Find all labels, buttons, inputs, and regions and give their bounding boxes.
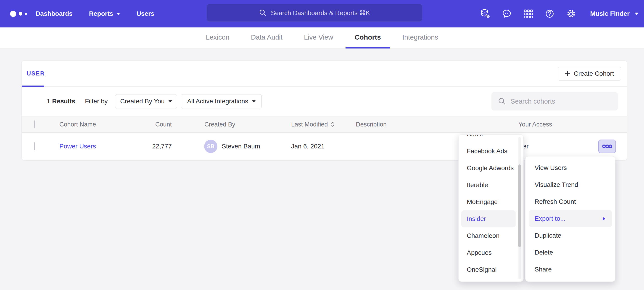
filter-toolbar: 1 Results Filter by Created By You All A… — [22, 86, 627, 116]
apps-grid-icon[interactable] — [518, 0, 539, 28]
column-header-cohort-name: Cohort Name — [60, 121, 96, 128]
settings-gear-icon[interactable] — [560, 0, 582, 28]
tab-live-view[interactable]: Live View — [295, 28, 342, 49]
search-icon — [259, 9, 267, 17]
chevron-down-icon — [252, 100, 256, 102]
filter-integrations[interactable]: All Active Integrations — [181, 94, 262, 108]
menu-item-view-users[interactable]: View Users — [526, 160, 615, 176]
menu-item-iterable[interactable]: Iterable — [458, 177, 524, 194]
logo-dot-large — [10, 11, 16, 17]
last-modified-label: Last Modified — [291, 121, 328, 128]
filter-created-by[interactable]: Created By You — [115, 94, 177, 108]
tab-lexicon[interactable]: Lexicon — [197, 28, 238, 49]
row-context-menu: View Users Visualize Trend Refresh Count… — [525, 156, 616, 282]
top-navbar: Dashboards Reports Users Search Dashboar… — [0, 0, 644, 28]
search-icon — [498, 97, 506, 105]
logo-dot-small — [25, 13, 27, 15]
data-settings-icon[interactable] — [474, 0, 496, 28]
row-checkbox[interactable] — [34, 143, 35, 150]
menu-item-moengage[interactable]: MoEngage — [458, 194, 524, 210]
tab-integrations[interactable]: Integrations — [393, 28, 447, 49]
nav-dashboards[interactable]: Dashboards — [36, 10, 72, 17]
avatar: SB — [204, 140, 218, 153]
cohort-count: 22,777 — [134, 143, 172, 150]
table-row: Power Users 22,777 SB Steven Baum Jan 6,… — [22, 133, 627, 160]
filter-by-label: Filter by — [85, 86, 108, 116]
chevron-down-icon — [168, 100, 172, 102]
menu-item-google-adwords[interactable]: Google Adwords — [458, 160, 524, 177]
menu-item-visualize-trend[interactable]: Visualize Trend — [526, 176, 615, 193]
global-search-input[interactable]: Search Dashboards & Reports ⌘K — [207, 4, 422, 22]
nav-reports[interactable]: Reports — [89, 10, 120, 17]
column-header-your-access: Your Access — [518, 121, 552, 128]
menu-item-delete[interactable]: Delete — [526, 244, 615, 261]
project-name: Music Finder — [590, 10, 630, 17]
column-header-created-by: Created By — [204, 121, 235, 128]
menu-item-share[interactable]: Share — [526, 261, 615, 278]
menu-item-braze[interactable]: Braze — [458, 134, 524, 143]
export-submenu: Braze Facebook Ads Google Adwords Iterab… — [458, 134, 524, 282]
tab-cohorts[interactable]: Cohorts — [346, 28, 390, 49]
filter-integrations-value: All Active Integrations — [187, 98, 248, 105]
menu-item-facebook-ads[interactable]: Facebook Ads — [458, 143, 524, 160]
logo-dot-medium — [19, 12, 22, 16]
table-header-row: Cohort Name Count Created By Last Modifi… — [22, 116, 627, 133]
filter-created-by-value: Created By You — [120, 98, 165, 105]
chevron-down-icon — [635, 13, 638, 15]
create-cohort-button[interactable]: Create Cohort — [558, 67, 621, 80]
plus-icon — [565, 71, 570, 76]
submenu-arrow-icon — [603, 217, 606, 221]
global-search-placeholder: Search Dashboards & Reports ⌘K — [271, 9, 370, 17]
export-to-label: Export to... — [534, 215, 566, 222]
section-tabbar: Lexicon Data Audit Live View Cohorts Int… — [0, 28, 644, 49]
row-actions-button[interactable] — [598, 140, 616, 153]
more-dots-icon — [602, 144, 612, 149]
column-header-last-modified[interactable]: Last Modified — [291, 121, 335, 128]
cohort-search-input[interactable] — [510, 97, 609, 105]
cohort-search — [492, 92, 618, 110]
menu-item-export-to[interactable]: Export to... — [529, 210, 612, 227]
results-count: 1 Results — [47, 86, 75, 116]
column-header-count: Count — [134, 121, 172, 128]
menu-item-insider[interactable]: Insider — [461, 210, 516, 227]
primary-nav: Dashboards Reports Users — [36, 0, 170, 28]
last-modified-value: Jan 6, 2021 — [291, 143, 324, 150]
menu-item-chameleon[interactable]: Chameleon — [458, 227, 524, 244]
nav-reports-label: Reports — [89, 10, 113, 17]
nav-users[interactable]: Users — [136, 10, 154, 17]
cohorts-page: Dashboards Reports Users Search Dashboar… — [0, 0, 644, 290]
menu-item-appcues[interactable]: Appcues — [458, 244, 524, 261]
project-switcher[interactable]: Music Finder — [590, 10, 638, 17]
select-all-checkbox[interactable] — [34, 121, 35, 128]
export-submenu-list: Braze Facebook Ads Google Adwords Iterab… — [458, 134, 524, 278]
tab-user-cohorts[interactable]: USER — [27, 61, 45, 86]
column-header-description: Description — [356, 121, 387, 128]
feedback-icon[interactable] — [496, 0, 518, 28]
panel-header: USER Create Cohort — [22, 61, 627, 87]
created-by-name: Steven Baum — [222, 143, 260, 150]
cohort-name-link[interactable]: Power Users — [60, 143, 96, 150]
menu-item-refresh-count[interactable]: Refresh Count — [526, 193, 615, 210]
tab-data-audit[interactable]: Data Audit — [242, 28, 292, 49]
chevron-down-icon — [117, 13, 120, 15]
navbar-right-group: Music Finder — [474, 0, 638, 28]
sort-icon — [331, 121, 335, 127]
mixpanel-logo[interactable] — [10, 0, 27, 28]
create-cohort-label: Create Cohort — [574, 70, 614, 77]
cohorts-panel: USER Create Cohort 1 Results Filter by C… — [22, 61, 627, 160]
help-icon[interactable] — [539, 0, 560, 28]
submenu-scrollbar-thumb[interactable] — [518, 165, 521, 247]
menu-item-duplicate[interactable]: Duplicate — [526, 227, 615, 244]
menu-item-onesignal[interactable]: OneSignal — [458, 261, 524, 278]
